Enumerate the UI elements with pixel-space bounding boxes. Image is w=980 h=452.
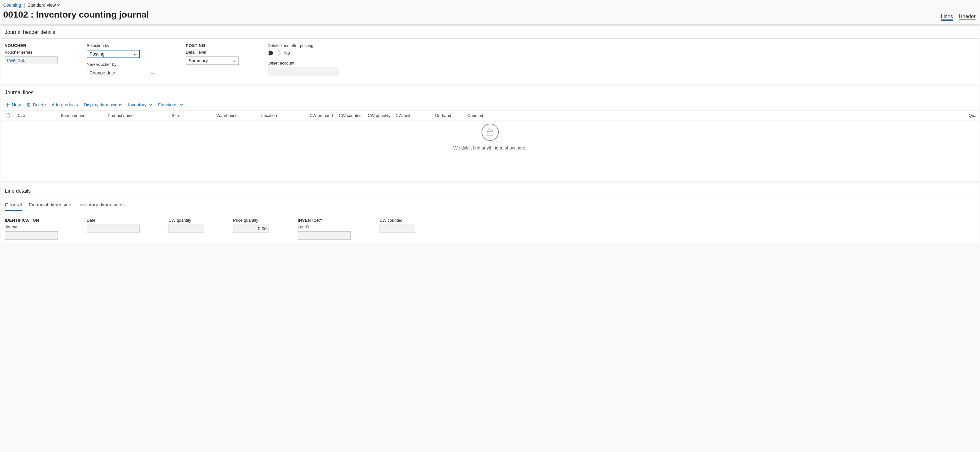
journal-field[interactable] xyxy=(5,231,58,239)
cw-quantity-field[interactable] xyxy=(169,225,204,233)
voucher-settings-column: Selection by Posting New voucher by Chan… xyxy=(87,43,157,77)
breadcrumb-link-counting[interactable]: Counting xyxy=(3,3,21,8)
voucher-series-label: Voucher series xyxy=(5,50,58,55)
col-warehouse[interactable]: Warehouse xyxy=(214,113,259,118)
identification-column: IDENTIFICATION Journal xyxy=(5,218,58,239)
cw-counted-label: CW counted xyxy=(380,218,415,223)
display-dimensions-button[interactable]: Display dimensions xyxy=(84,102,123,107)
lines-empty-state: We didn't find anything to show here. xyxy=(1,121,979,181)
plus-icon xyxy=(5,103,10,107)
inventory-column: INVENTORY Lot ID xyxy=(298,218,351,239)
lot-id-field[interactable] xyxy=(298,231,351,239)
new-voucher-by-label: New voucher by xyxy=(87,62,157,67)
view-switcher-label: Standard view xyxy=(27,3,56,8)
section-title-header-details[interactable]: Journal header details xyxy=(1,25,979,39)
offset-account-field[interactable] xyxy=(267,67,339,76)
cw-counted-field[interactable] xyxy=(380,225,415,233)
tab-header[interactable]: Header xyxy=(959,14,975,21)
new-button-label: New xyxy=(12,102,21,107)
col-cw-counted[interactable]: CW counted xyxy=(336,113,364,118)
tab-general[interactable]: General xyxy=(5,202,22,211)
empty-message: We didn't find anything to show here. xyxy=(453,145,527,151)
date-field[interactable] xyxy=(87,225,140,233)
posting-column: POSTING Detail level Summary xyxy=(186,43,239,77)
journal-label: Journal xyxy=(5,225,58,229)
delete-button[interactable]: Delete xyxy=(27,102,46,107)
delete-lines-label: Delete lines after posting xyxy=(267,43,339,48)
chevron-down-icon xyxy=(134,51,137,57)
view-tabs: Lines Header xyxy=(941,14,975,21)
svg-point-4 xyxy=(491,128,492,129)
detail-level-select[interactable]: Summary xyxy=(186,57,239,65)
price-quantity-column: Price quantity 0.00 xyxy=(233,218,269,239)
col-cw-on-hand[interactable]: CW on-hand xyxy=(304,113,336,118)
section-title-journal-lines[interactable]: Journal lines xyxy=(1,86,979,99)
svg-point-1 xyxy=(488,129,488,130)
posting-options-column: Delete lines after posting No Offset acc… xyxy=(267,43,339,77)
col-product-name[interactable]: Product name xyxy=(105,113,169,118)
col-counted[interactable]: Counted xyxy=(454,113,486,118)
voucher-column: VOUCHER Voucher series Inve_165 xyxy=(5,43,58,77)
functions-menu[interactable]: Functions xyxy=(158,102,183,107)
cw-counted-column: CW counted xyxy=(380,218,415,239)
col-quantity[interactable]: Qua xyxy=(486,113,979,118)
lines-grid-header: Date Item number Product name Site Wareh… xyxy=(1,111,979,121)
section-journal-header-details: Journal header details VOUCHER Voucher s… xyxy=(1,25,979,83)
cw-quantity-column: CW quantity xyxy=(169,218,204,239)
inventory-menu-label: Inventory xyxy=(128,102,147,107)
section-title-line-details[interactable]: Line details xyxy=(1,184,979,197)
identification-group-label: IDENTIFICATION xyxy=(5,218,58,223)
voucher-group-label: VOUCHER xyxy=(5,43,58,48)
chevron-down-icon xyxy=(57,4,60,6)
svg-point-2 xyxy=(489,128,490,129)
delete-button-label: Delete xyxy=(33,102,46,107)
chevron-down-icon xyxy=(151,70,154,75)
col-on-hand[interactable]: On-hand xyxy=(418,113,454,118)
cw-quantity-label: CW quantity xyxy=(169,218,204,223)
price-quantity-label: Price quantity xyxy=(233,218,269,223)
delete-lines-toggle-text: No xyxy=(284,51,290,56)
new-voucher-by-select[interactable]: Change date xyxy=(87,69,157,77)
col-cw-unit[interactable]: CW unit xyxy=(393,113,418,118)
svg-point-5 xyxy=(492,129,492,130)
col-location[interactable]: Location xyxy=(259,113,304,118)
trash-icon xyxy=(27,103,31,107)
selection-by-value: Posting xyxy=(89,51,105,57)
voucher-series-value[interactable]: Inve_165 xyxy=(5,57,58,64)
delete-lines-toggle[interactable] xyxy=(267,50,280,56)
line-details-tabs: General Financial dimension Inventory di… xyxy=(1,197,979,211)
col-cw-quantity[interactable]: CW quantity xyxy=(364,113,393,118)
offset-account-label: Offset account xyxy=(267,61,339,65)
chevron-down-icon xyxy=(149,104,152,106)
select-all-column[interactable] xyxy=(1,113,14,118)
date-column: Date xyxy=(87,218,140,239)
selection-by-select[interactable]: Posting xyxy=(87,50,140,58)
new-button[interactable]: New xyxy=(5,102,21,107)
col-date[interactable]: Date xyxy=(14,113,59,118)
new-voucher-by-value: Change date xyxy=(89,70,115,75)
selection-by-label: Selection by xyxy=(87,43,157,48)
tab-lines[interactable]: Lines xyxy=(941,14,953,21)
detail-level-label: Detail level xyxy=(186,50,239,55)
inventory-menu[interactable]: Inventory xyxy=(128,102,153,107)
col-site[interactable]: Site xyxy=(169,113,214,118)
date-label: Date xyxy=(87,218,140,223)
svg-point-3 xyxy=(490,128,490,129)
tab-inventory-dimensions[interactable]: Inventory dimensions xyxy=(78,202,124,211)
page-header: Counting | Standard view 00102 : Invento… xyxy=(0,0,980,25)
add-products-button[interactable]: Add products xyxy=(51,102,78,107)
chevron-down-icon xyxy=(180,104,183,106)
lot-id-label: Lot ID xyxy=(298,225,351,229)
col-item-number[interactable]: Item number xyxy=(59,113,105,118)
breadcrumb-separator: | xyxy=(24,3,25,8)
empty-box-icon xyxy=(482,124,499,141)
lines-toolbar: New Delete Add products Display dimensio… xyxy=(1,99,979,111)
functions-menu-label: Functions xyxy=(158,102,177,107)
breadcrumb: Counting | Standard view xyxy=(3,3,977,8)
view-switcher[interactable]: Standard view xyxy=(27,3,60,8)
page-title: 00102 : Inventory counting journal xyxy=(3,10,149,20)
price-quantity-field[interactable]: 0.00 xyxy=(233,225,269,233)
circle-icon xyxy=(5,113,10,118)
svg-rect-0 xyxy=(487,132,493,136)
tab-financial-dimension[interactable]: Financial dimension xyxy=(29,202,71,211)
